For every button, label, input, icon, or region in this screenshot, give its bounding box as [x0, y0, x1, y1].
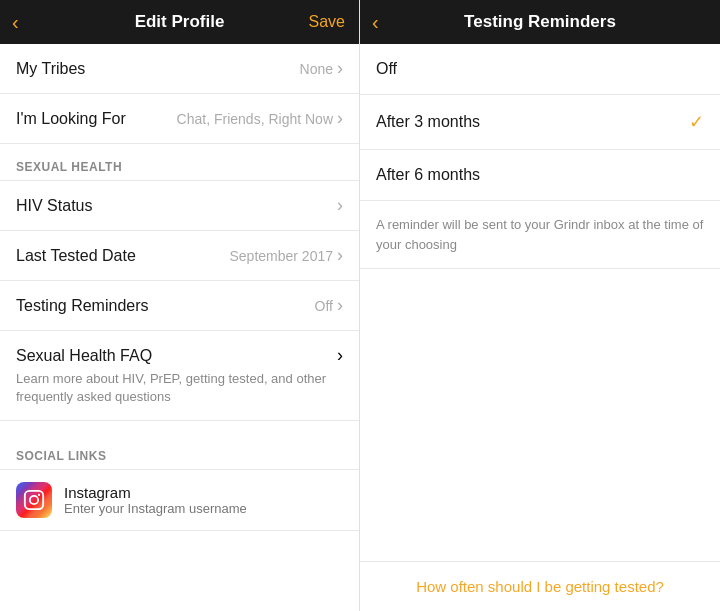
svg-point-1	[30, 496, 38, 504]
left-title: Edit Profile	[135, 12, 225, 32]
right-header: ‹ Testing Reminders	[360, 0, 720, 44]
right-panel: ‹ Testing Reminders Off After 3 months ✓…	[360, 0, 720, 611]
left-header: ‹ Edit Profile Save	[0, 0, 359, 44]
footer-link[interactable]: How often should I be getting tested?	[376, 578, 704, 595]
last-tested-chevron-icon	[337, 245, 343, 266]
reminder-6months-label: After 6 months	[376, 166, 480, 184]
faq-title: Sexual Health FAQ	[16, 347, 152, 365]
sexual-health-header: SEXUAL HEALTH	[0, 144, 359, 181]
right-content: Off After 3 months ✓ After 6 months A re…	[360, 44, 720, 611]
looking-for-chevron-icon	[337, 108, 343, 129]
social-links-header: SOCIAL LINKS	[0, 433, 359, 470]
reminder-note: A reminder will be sent to your Grindr i…	[360, 201, 720, 269]
testing-reminders-value: Off	[315, 295, 343, 316]
tribes-chevron-icon	[337, 58, 343, 79]
left-content: My Tribes None I'm Looking For Chat, Fri…	[0, 44, 359, 611]
last-tested-label: Last Tested Date	[16, 247, 136, 265]
right-back-button[interactable]: ‹	[372, 11, 379, 34]
check-icon: ✓	[689, 111, 704, 133]
faq-top: Sexual Health FAQ	[16, 345, 343, 366]
svg-rect-0	[25, 491, 43, 509]
reminder-off-label: Off	[376, 60, 397, 78]
instagram-row[interactable]: Instagram	[0, 470, 359, 531]
last-tested-value: September 2017	[229, 245, 343, 266]
tribes-row[interactable]: My Tribes None	[0, 44, 359, 94]
looking-for-label: I'm Looking For	[16, 110, 126, 128]
reminder-off-option[interactable]: Off	[360, 44, 720, 95]
looking-for-value: Chat, Friends, Right Now	[177, 108, 343, 129]
faq-row[interactable]: Sexual Health FAQ Learn more about HIV, …	[0, 331, 359, 421]
faq-chevron-icon	[337, 345, 343, 366]
instagram-icon	[16, 482, 52, 518]
reminder-6months-option[interactable]: After 6 months	[360, 150, 720, 201]
hiv-chevron-icon	[337, 195, 343, 216]
testing-reminders-row[interactable]: Testing Reminders Off	[0, 281, 359, 331]
instagram-text: Instagram	[64, 484, 324, 516]
looking-for-row[interactable]: I'm Looking For Chat, Friends, Right Now	[0, 94, 359, 144]
instagram-label: Instagram	[64, 484, 324, 501]
hiv-status-row[interactable]: HIV Status	[0, 181, 359, 231]
faq-description: Learn more about HIV, PrEP, getting test…	[16, 370, 343, 406]
left-panel: ‹ Edit Profile Save My Tribes None I'm L…	[0, 0, 360, 611]
right-title: Testing Reminders	[464, 12, 616, 32]
tribes-label: My Tribes	[16, 60, 85, 78]
left-back-button[interactable]: ‹	[12, 11, 19, 34]
hiv-status-chevron	[337, 195, 343, 216]
save-button[interactable]: Save	[309, 13, 345, 31]
testing-reminders-chevron-icon	[337, 295, 343, 316]
svg-point-2	[38, 494, 40, 496]
testing-reminders-label: Testing Reminders	[16, 297, 149, 315]
last-tested-row[interactable]: Last Tested Date September 2017	[0, 231, 359, 281]
hiv-status-label: HIV Status	[16, 197, 92, 215]
reminder-3months-label: After 3 months	[376, 113, 480, 131]
right-footer: How often should I be getting tested?	[360, 561, 720, 611]
tribes-value: None	[300, 58, 343, 79]
reminder-3months-option[interactable]: After 3 months ✓	[360, 95, 720, 150]
instagram-input[interactable]	[64, 501, 324, 516]
